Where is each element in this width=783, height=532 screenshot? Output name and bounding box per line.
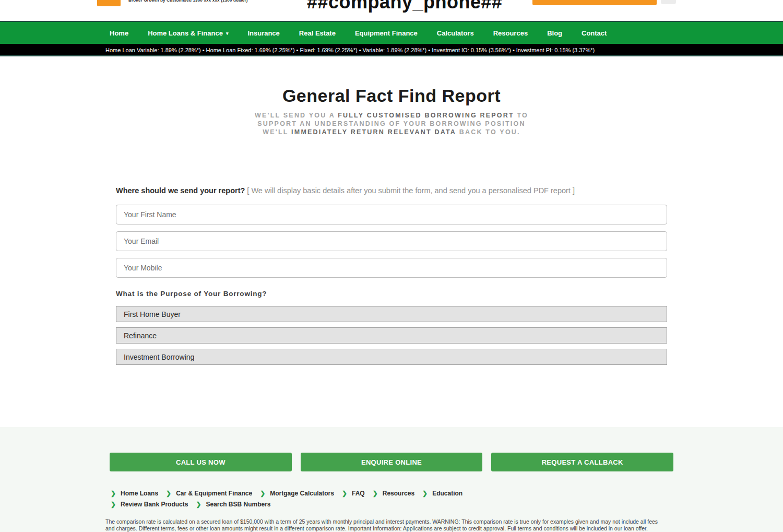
- footer-link-label: Mortgage Calculators: [270, 490, 334, 497]
- chevron-right-icon: ❯: [111, 490, 116, 497]
- chevron-right-icon: ❯: [422, 490, 428, 497]
- footer-link-education[interactable]: ❯ Education: [422, 490, 462, 497]
- form-heading: Where should we send your report? [ We w…: [116, 186, 667, 195]
- chevron-right-icon: ❯: [260, 490, 265, 497]
- header-menu-button[interactable]: [661, 0, 676, 4]
- nav-item-equipment-finance[interactable]: Equipment Finance: [355, 29, 418, 37]
- nav-item-real-estate[interactable]: Real Estate: [299, 29, 336, 37]
- subtitle-text: WE'LL: [263, 128, 291, 136]
- disclaimer-line: The comparison rate is calculated on a s…: [105, 518, 673, 525]
- page-subtitle: WE'LL SEND YOU A FULLY CUSTOMISED BORROW…: [0, 111, 783, 136]
- footer-link-review-bank-products[interactable]: ❯ Review Bank Products: [111, 501, 188, 508]
- nav-item-home-loans-finance[interactable]: Home Loans & Finance ▾: [148, 29, 228, 37]
- chevron-down-icon: ▾: [226, 31, 229, 36]
- footer-link-label: Review Bank Products: [121, 501, 188, 508]
- request-callback-button[interactable]: REQUEST A CALLBACK: [491, 453, 673, 471]
- nav-item-calculators[interactable]: Calculators: [437, 29, 474, 37]
- nav-item-contact[interactable]: Contact: [582, 29, 607, 37]
- nav-item-blog[interactable]: Blog: [547, 29, 562, 37]
- chevron-right-icon: ❯: [111, 501, 116, 508]
- purpose-option-first-home-buyer[interactable]: First Home Buyer: [116, 306, 667, 322]
- footer-link-label: Car & Equipment Finance: [176, 490, 252, 497]
- subtitle-text: TO: [514, 112, 528, 119]
- purpose-option-investment-borrowing[interactable]: Investment Borrowing: [116, 349, 667, 365]
- cta-button-row: CALL US NOW ENQUIRE ONLINE REQUEST A CAL…: [110, 427, 673, 471]
- page-title: General Fact Find Report: [0, 86, 783, 106]
- footer-links: ❯ Home Loans ❯ Car & Equipment Finance ❯…: [111, 490, 673, 508]
- footer-link-label: Search BSB Numbers: [206, 501, 271, 508]
- subtitle-bold: IMMEDIATELY RETURN RELEVANT DATA: [291, 128, 456, 136]
- chevron-right-icon: ❯: [196, 501, 201, 508]
- subtitle-bold: FULLY CUSTOMISED BORROWING REPORT: [338, 112, 514, 119]
- header-orange-button[interactable]: [532, 0, 657, 5]
- site-header: Broker Growth by Customised 1300 xxx xxx…: [0, 0, 783, 21]
- rates-ticker: Home Loan Variable: 1.89% (2.28%*) • Hom…: [0, 44, 783, 56]
- nav-item-resources[interactable]: Resources: [493, 29, 528, 37]
- nav-item-insurance[interactable]: Insurance: [247, 29, 279, 37]
- footer-link-faq[interactable]: ❯ FAQ: [342, 490, 365, 497]
- subtitle-text: SUPPORT AN UNDERSTANDING OF YOUR BORROWI…: [257, 120, 525, 127]
- email-input[interactable]: [116, 231, 667, 251]
- rates-ticker-text: Home Loan Variable: 1.89% (2.28%*) • Hom…: [105, 47, 595, 53]
- form-heading-note: [ We will display basic details after yo…: [245, 186, 575, 195]
- call-us-now-button[interactable]: CALL US NOW: [110, 453, 292, 471]
- chevron-right-icon: ❯: [166, 490, 171, 497]
- form-heading-question: Where should we send your report?: [116, 186, 245, 195]
- company-phone-text: ##company_phone##: [307, 0, 503, 13]
- footer-link-car-equipment-finance[interactable]: ❯ Car & Equipment Finance: [166, 490, 252, 497]
- main-navbar: Home Home Loans & Finance ▾ Insurance Re…: [0, 21, 783, 44]
- footer-link-label: Resources: [383, 490, 414, 497]
- purpose-option-refinance[interactable]: Refinance: [116, 327, 667, 344]
- enquire-online-button[interactable]: ENQUIRE ONLINE: [301, 453, 483, 471]
- nav-item-home[interactable]: Home: [110, 29, 128, 37]
- footer-links-row-1: ❯ Home Loans ❯ Car & Equipment Finance ❯…: [111, 490, 673, 497]
- chevron-right-icon: ❯: [373, 490, 378, 497]
- fact-find-form: Where should we send your report? [ We w…: [110, 186, 673, 365]
- footer-links-row-2: ❯ Review Bank Products ❯ Search BSB Numb…: [111, 501, 673, 508]
- footer-link-home-loans[interactable]: ❯ Home Loans: [111, 490, 158, 497]
- first-name-input[interactable]: [116, 205, 667, 224]
- mobile-input[interactable]: [116, 258, 667, 278]
- footer-link-resources[interactable]: ❯ Resources: [373, 490, 414, 497]
- chevron-right-icon: ❯: [342, 490, 347, 497]
- footer-link-label: Education: [432, 490, 462, 497]
- header-tagline: Broker Growth by Customised 1300 xxx xxx…: [128, 0, 248, 3]
- footer-link-label: FAQ: [352, 490, 365, 497]
- company-logo[interactable]: [97, 0, 121, 6]
- footer-link-search-bsb-numbers[interactable]: ❯ Search BSB Numbers: [196, 501, 270, 508]
- subtitle-text: BACK TO YOU.: [456, 128, 520, 136]
- disclaimer-line: and charges. Different terms, fees or ot…: [105, 525, 673, 532]
- subtitle-text: WE'LL SEND YOU A: [255, 112, 338, 119]
- nav-item-label: Home Loans & Finance: [148, 29, 223, 37]
- footer-link-label: Home Loans: [121, 490, 158, 497]
- comparison-rate-disclaimer: The comparison rate is calculated on a s…: [105, 518, 673, 531]
- footer-section: CALL US NOW ENQUIRE ONLINE REQUEST A CAL…: [0, 427, 783, 532]
- footer-link-mortgage-calculators[interactable]: ❯ Mortgage Calculators: [260, 490, 334, 497]
- purpose-heading: What is the Purpose of Your Borrowing?: [116, 290, 667, 298]
- hero-section: General Fact Find Report WE'LL SEND YOU …: [0, 56, 783, 136]
